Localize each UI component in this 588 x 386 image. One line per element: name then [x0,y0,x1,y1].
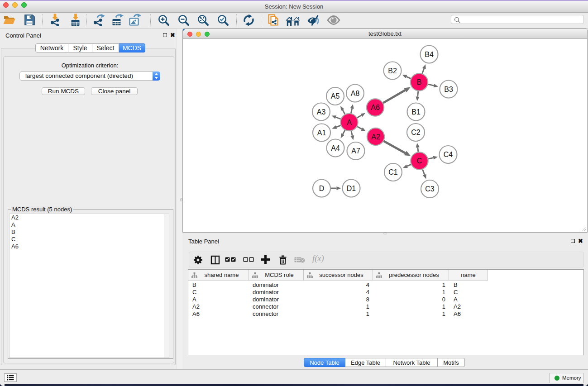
svg-text:B3: B3 [444,86,453,93]
svg-text:D1: D1 [347,185,356,192]
svg-text:A6: A6 [371,104,380,111]
svg-text:B: B [417,78,422,86]
svg-text:A8: A8 [351,90,360,97]
svg-text:D: D [319,185,325,192]
svg-text:B1: B1 [411,108,421,116]
svg-text:C1: C1 [388,168,398,176]
svg-text:A1: A1 [317,129,326,137]
svg-text:A5: A5 [331,92,340,100]
svg-text:C3: C3 [425,185,435,193]
svg-text:B2: B2 [388,67,397,75]
svg-text:C4: C4 [444,151,453,158]
svg-text:A3: A3 [317,108,326,116]
svg-text:C: C [417,157,422,165]
svg-text:A: A [347,119,352,126]
svg-text:B4: B4 [425,51,434,58]
svg-text:A4: A4 [331,144,340,152]
svg-text:A2: A2 [371,133,380,141]
svg-text:C2: C2 [411,129,421,136]
svg-text:A7: A7 [351,147,360,155]
